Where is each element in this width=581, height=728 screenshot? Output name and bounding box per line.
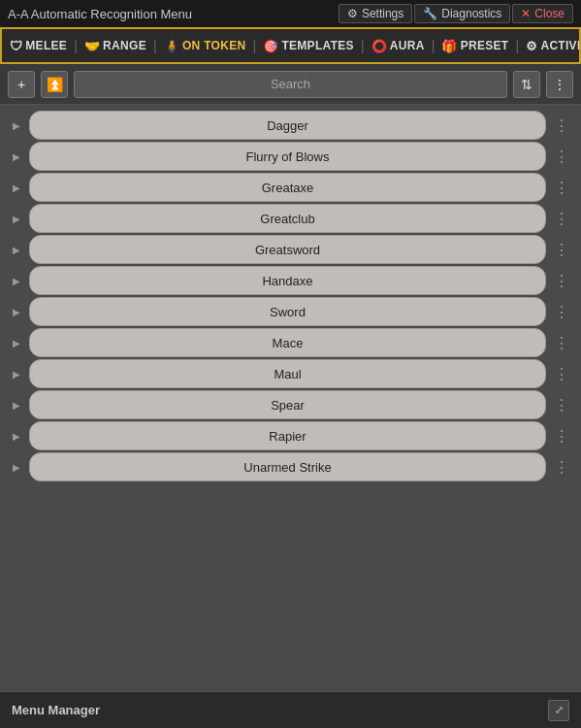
chevron-right-icon: ▶ xyxy=(13,462,20,473)
item-button-5[interactable]: Greatsword xyxy=(29,235,546,264)
item-button-3[interactable]: Greataxe xyxy=(29,173,546,202)
tab-icon-range: 🤝 xyxy=(84,39,100,53)
tab-label-on-token: On Token xyxy=(182,39,246,52)
tab-on-token[interactable]: 🧍On Token xyxy=(160,37,250,55)
tab-icon-aura: ⭕ xyxy=(371,39,387,53)
toolbar: + ⏫ ⇅ ⋮ xyxy=(0,64,581,105)
item-list: ▶ Dagger ⋮ ▶ Flurry of Blows ⋮ ▶ Gre xyxy=(0,105,581,691)
tab-templates[interactable]: 🎯Templates xyxy=(259,37,358,55)
tab-label-melee: Melee xyxy=(25,39,67,52)
chevron-right-icon: ▶ xyxy=(13,276,20,286)
item-more-button-7[interactable]: ⋮ xyxy=(550,300,573,323)
expand-button-8[interactable]: ▶ xyxy=(8,334,25,351)
tab-label-active-effects: Active Effects xyxy=(540,39,581,52)
expand-button-1[interactable]: ▶ xyxy=(8,116,25,134)
tab-aura[interactable]: ⭕Aura xyxy=(368,37,429,55)
more-dots-icon: ⋮ xyxy=(554,396,569,414)
diagnostics-button[interactable]: 🔧 Diagnostics xyxy=(414,4,510,23)
item-more-button-3[interactable]: ⋮ xyxy=(550,176,573,199)
tab-active-effects[interactable]: ⚙Active Effects xyxy=(522,37,581,55)
item-button-12[interactable]: Unarmed Strike xyxy=(29,452,546,481)
tab-icon-on-token: 🧍 xyxy=(164,39,179,53)
item-label-1: Dagger xyxy=(267,118,308,133)
expand-button-3[interactable]: ▶ xyxy=(8,179,25,196)
item-button-9[interactable]: Maul xyxy=(29,359,546,388)
item-label-3: Greataxe xyxy=(262,181,313,195)
tab-separator: | xyxy=(361,38,365,53)
tab-icon-templates: 🎯 xyxy=(263,39,278,53)
item-more-button-8[interactable]: ⋮ xyxy=(550,331,573,354)
item-label-2: Flurry of Blows xyxy=(246,149,330,164)
settings-icon: ⚙ xyxy=(347,7,358,20)
collapse-button[interactable]: ⏫ xyxy=(41,71,68,98)
expand-button-2[interactable]: ▶ xyxy=(8,148,25,165)
expand-button-12[interactable]: ▶ xyxy=(8,458,25,476)
item-label-12: Unarmed Strike xyxy=(243,460,331,475)
item-more-button-5[interactable]: ⋮ xyxy=(550,238,573,261)
more-dots-icon: ⋮ xyxy=(554,148,569,166)
chevron-right-icon: ▶ xyxy=(13,400,20,411)
tab-label-preset: Preset xyxy=(461,39,509,52)
search-input[interactable] xyxy=(74,71,507,98)
item-button-10[interactable]: Spear xyxy=(29,390,546,419)
item-button-4[interactable]: Greatclub xyxy=(29,204,546,233)
item-button-2[interactable]: Flurry of Blows xyxy=(29,142,546,171)
list-item: ▶ Flurry of Blows ⋮ xyxy=(8,142,573,171)
close-icon: ✕ xyxy=(521,7,531,20)
sort-button[interactable]: ⇅ xyxy=(513,71,540,98)
add-button[interactable]: + xyxy=(8,71,35,98)
settings-button[interactable]: ⚙ Settings xyxy=(339,4,412,23)
tab-melee[interactable]: 🛡Melee xyxy=(6,37,71,55)
list-item: ▶ Dagger ⋮ xyxy=(8,111,573,140)
item-more-button-6[interactable]: ⋮ xyxy=(550,269,573,292)
item-more-button-1[interactable]: ⋮ xyxy=(550,114,573,137)
tab-separator: | xyxy=(252,38,256,53)
list-item: ▶ Rapier ⋮ xyxy=(8,421,573,450)
chevron-right-icon: ▶ xyxy=(13,245,20,255)
list-item: ▶ Mace ⋮ xyxy=(8,328,573,357)
item-more-button-12[interactable]: ⋮ xyxy=(550,455,573,479)
list-item: ▶ Maul ⋮ xyxy=(8,359,573,388)
item-button-6[interactable]: Handaxe xyxy=(29,266,546,295)
tab-separator: | xyxy=(153,38,157,53)
tab-icon-preset: 🎁 xyxy=(441,39,457,53)
more-icon: ⋮ xyxy=(553,77,566,92)
item-more-button-10[interactable]: ⋮ xyxy=(550,393,573,416)
item-button-11[interactable]: Rapier xyxy=(29,421,546,450)
more-dots-icon: ⋮ xyxy=(554,116,569,135)
chevron-right-icon: ▶ xyxy=(13,182,20,193)
item-more-button-11[interactable]: ⋮ xyxy=(550,424,573,447)
expand-button-6[interactable]: ▶ xyxy=(8,272,25,289)
footer-corner-button[interactable]: ⤢ xyxy=(548,700,569,721)
item-button-7[interactable]: Sword xyxy=(29,297,546,326)
expand-button-5[interactable]: ▶ xyxy=(8,241,25,258)
item-more-button-4[interactable]: ⋮ xyxy=(550,207,573,230)
item-label-10: Spear xyxy=(271,398,305,413)
toolbar-more-button[interactable]: ⋮ xyxy=(546,71,573,98)
resize-icon: ⤢ xyxy=(555,704,564,716)
item-label-8: Mace xyxy=(273,336,304,350)
tab-label-templates: Templates xyxy=(281,39,353,52)
tab-range[interactable]: 🤝Range xyxy=(81,37,150,55)
title-bar: A-A Automatic Recognition Menu ⚙ Setting… xyxy=(0,0,581,27)
item-button-1[interactable]: Dagger xyxy=(29,111,546,140)
tab-bar: 🛡Melee|🤝Range|🧍On Token|🎯Templates|⭕Aura… xyxy=(0,27,581,64)
expand-button-11[interactable]: ▶ xyxy=(8,427,25,445)
more-dots-icon: ⋮ xyxy=(554,241,569,259)
expand-button-9[interactable]: ▶ xyxy=(8,365,25,382)
more-dots-icon: ⋮ xyxy=(554,210,569,228)
item-label-7: Sword xyxy=(270,305,306,319)
title-bar-actions: ⚙ Settings 🔧 Diagnostics ✕ Close xyxy=(339,4,573,23)
item-more-button-9[interactable]: ⋮ xyxy=(550,362,573,385)
item-button-8[interactable]: Mace xyxy=(29,328,546,357)
expand-button-10[interactable]: ▶ xyxy=(8,396,25,414)
list-item: ▶ Spear ⋮ xyxy=(8,390,573,419)
expand-button-7[interactable]: ▶ xyxy=(8,303,25,320)
item-more-button-2[interactable]: ⋮ xyxy=(550,145,573,168)
chevron-right-icon: ▶ xyxy=(13,120,20,131)
more-dots-icon: ⋮ xyxy=(554,179,569,197)
app-title: A-A Automatic Recognition Menu xyxy=(8,7,192,21)
close-button[interactable]: ✕ Close xyxy=(512,4,573,23)
expand-button-4[interactable]: ▶ xyxy=(8,210,25,227)
tab-preset[interactable]: 🎁Preset xyxy=(437,37,512,55)
